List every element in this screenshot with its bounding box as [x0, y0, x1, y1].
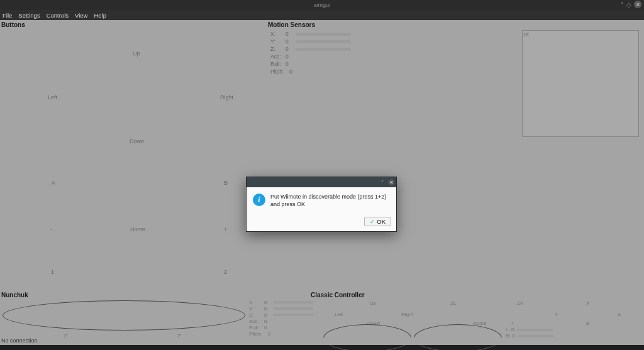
menu-help[interactable]: Help [94, 12, 106, 19]
window-controls: ˅ ◇ ✕ [621, 1, 641, 8]
menu-file[interactable]: File [3, 12, 12, 19]
maximize-icon[interactable]: ◇ [626, 1, 631, 8]
dialog: ˅ ✕ i Put Wiimote in discoverable mode (… [246, 177, 397, 232]
dialog-close-icon[interactable]: ✕ [388, 179, 394, 185]
check-icon: ✓ [370, 219, 375, 225]
menu-controls[interactable]: Controls [47, 12, 69, 19]
ok-button[interactable]: ✓ OK [364, 217, 391, 226]
dialog-body: i Put Wiimote in discoverable mode (pres… [247, 187, 396, 214]
window-title: wmgui [314, 2, 330, 8]
menu-view[interactable]: View [75, 12, 87, 19]
ok-label: OK [377, 218, 386, 225]
dialog-buttons: ✓ OK [247, 214, 396, 231]
window-titlebar: wmgui ˅ ◇ ✕ [0, 0, 644, 10]
minimize-icon[interactable]: ˅ [621, 1, 624, 8]
close-icon[interactable]: ✕ [634, 1, 641, 8]
dialog-minimize-icon[interactable]: ˅ [379, 179, 386, 185]
info-icon: i [253, 194, 265, 206]
dialog-titlebar: ˅ ✕ [247, 177, 396, 187]
menu-settings[interactable]: Settings [18, 12, 40, 19]
main-content: Buttons Up Left Right Down A B - Home + … [0, 20, 644, 345]
dialog-message: Put Wiimote in discoverable mode (press … [270, 194, 390, 208]
menubar: File Settings Controls View Help [0, 10, 644, 20]
